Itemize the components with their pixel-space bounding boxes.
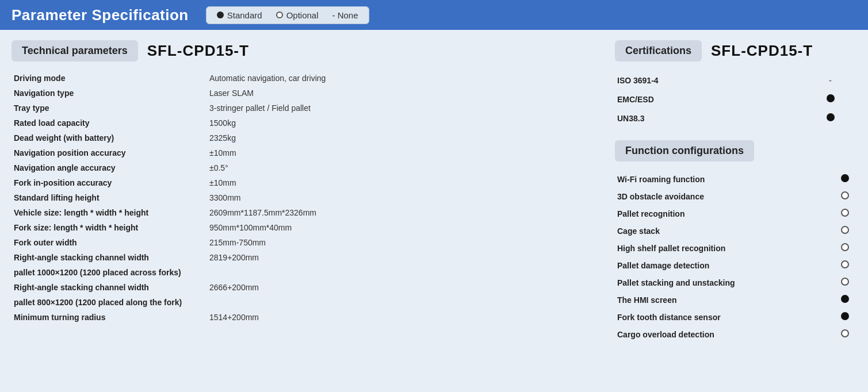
func-status bbox=[834, 171, 856, 188]
legend-none: - None bbox=[332, 10, 358, 20]
param-name: Fork in-position accuracy bbox=[12, 175, 207, 190]
param-value: 1514+200mm bbox=[207, 310, 598, 325]
param-row: Navigation position accuracy±10mm bbox=[12, 145, 598, 160]
cert-model: SFL-CPD15-T bbox=[711, 42, 813, 60]
param-name: Right-angle stacking channel width bbox=[12, 250, 207, 265]
func-name: Pallet damage detection bbox=[615, 257, 834, 274]
standard-label: Standard bbox=[227, 10, 262, 20]
filled-icon bbox=[827, 113, 835, 121]
func-status bbox=[834, 240, 856, 257]
param-row: Standard lifting height3300mm bbox=[12, 190, 598, 205]
func-status bbox=[834, 188, 856, 205]
param-name: Standard lifting height bbox=[12, 190, 207, 205]
cert-name: UN38.3 bbox=[615, 109, 804, 128]
param-name: Fork size: length * width * height bbox=[12, 220, 207, 235]
func-section-header: Function configurations bbox=[615, 140, 856, 162]
param-row: Fork outer width215mm-750mm bbox=[12, 235, 598, 250]
param-row: Dead weight (with battery)2325kg bbox=[12, 130, 598, 145]
cert-row: ISO 3691-4- bbox=[615, 71, 856, 90]
main-content: Technical parameters SFL-CPD15-T Driving… bbox=[0, 30, 868, 353]
param-value: 2819+200mm bbox=[207, 250, 598, 265]
func-row: Cage stack bbox=[615, 222, 856, 240]
param-value bbox=[207, 295, 598, 310]
func-status bbox=[834, 309, 856, 326]
func-section-label: Function configurations bbox=[615, 140, 754, 162]
param-name: Navigation position accuracy bbox=[12, 145, 207, 160]
func-name: High shelf pallet recognition bbox=[615, 240, 834, 257]
cert-name: ISO 3691-4 bbox=[615, 71, 804, 90]
tech-section-header: Technical parameters SFL-CPD15-T bbox=[12, 40, 598, 62]
param-row: pallet 1000×1200 (1200 placed across for… bbox=[12, 265, 598, 280]
func-status bbox=[834, 291, 856, 309]
param-value: 1500kg bbox=[207, 116, 598, 130]
func-status bbox=[834, 326, 856, 343]
none-dash: - bbox=[829, 75, 832, 85]
cert-section-label: Certifications bbox=[615, 40, 702, 62]
func-name: Fork tooth distance sensor bbox=[615, 309, 834, 326]
func-status bbox=[834, 257, 856, 274]
cert-status: - bbox=[804, 71, 856, 90]
param-value: 950mm*100mm*40mm bbox=[207, 220, 598, 235]
empty-icon bbox=[841, 226, 849, 234]
param-row: pallet 800×1200 (1200 placed along the f… bbox=[12, 295, 598, 310]
empty-icon bbox=[841, 329, 849, 337]
func-status bbox=[834, 205, 856, 222]
param-value: ±10mm bbox=[207, 175, 598, 190]
func-name: Pallet recognition bbox=[615, 205, 834, 222]
param-name: pallet 1000×1200 (1200 placed across for… bbox=[12, 265, 207, 280]
func-row: Pallet recognition bbox=[615, 205, 856, 222]
param-name: Fork outer width bbox=[12, 235, 207, 250]
legend-optional: Optional bbox=[276, 10, 319, 20]
param-row: Fork in-position accuracy±10mm bbox=[12, 175, 598, 190]
param-name: Driving mode bbox=[12, 71, 207, 86]
param-name: Navigation type bbox=[12, 86, 207, 101]
param-name: Rated load capacity bbox=[12, 116, 207, 130]
cert-status bbox=[804, 109, 856, 128]
param-value: 3300mm bbox=[207, 190, 598, 205]
func-status bbox=[834, 274, 856, 291]
param-name: pallet 800×1200 (1200 placed along the f… bbox=[12, 295, 207, 310]
func-row: Fork tooth distance sensor bbox=[615, 309, 856, 326]
filled-icon bbox=[827, 94, 835, 102]
empty-icon bbox=[841, 209, 849, 217]
param-row: Rated load capacity1500kg bbox=[12, 116, 598, 130]
page-title: Parameter Specification bbox=[12, 6, 189, 24]
func-name: Cage stack bbox=[615, 222, 834, 240]
left-panel: Technical parameters SFL-CPD15-T Driving… bbox=[12, 40, 598, 343]
param-name: Navigation angle accuracy bbox=[12, 160, 207, 175]
func-status bbox=[834, 222, 856, 240]
empty-icon bbox=[841, 191, 849, 199]
func-name: The HMI screen bbox=[615, 291, 834, 309]
legend-standard: Standard bbox=[217, 10, 262, 20]
param-row: Right-angle stacking channel width2819+2… bbox=[12, 250, 598, 265]
param-value: Automatic navigation, car driving bbox=[207, 71, 598, 86]
param-name: Dead weight (with battery) bbox=[12, 130, 207, 145]
tech-model: SFL-CPD15-T bbox=[147, 42, 249, 60]
param-name: Minimum turning radius bbox=[12, 310, 207, 325]
func-row: Cargo overload detection bbox=[615, 326, 856, 343]
param-row: Vehicle size: length * width * height260… bbox=[12, 205, 598, 220]
filled-icon bbox=[841, 312, 849, 320]
cert-row: EMC/ESD bbox=[615, 90, 856, 109]
params-table: Driving modeAutomatic navigation, car dr… bbox=[12, 71, 598, 325]
param-value: 2666+200mm bbox=[207, 280, 598, 295]
cert-table: ISO 3691-4-EMC/ESDUN38.3 bbox=[615, 71, 856, 128]
param-value: Laser SLAM bbox=[207, 86, 598, 101]
param-row: Navigation typeLaser SLAM bbox=[12, 86, 598, 101]
func-row: Pallet stacking and unstacking bbox=[615, 274, 856, 291]
tech-section-label: Technical parameters bbox=[12, 40, 138, 62]
param-row: Navigation angle accuracy±0.5° bbox=[12, 160, 598, 175]
legend-bar: Standard Optional - None bbox=[206, 6, 369, 24]
func-row: Pallet damage detection bbox=[615, 257, 856, 274]
cert-section-header: Certifications SFL-CPD15-T bbox=[615, 40, 856, 62]
param-value: ±10mm bbox=[207, 145, 598, 160]
param-row: Driving modeAutomatic navigation, car dr… bbox=[12, 71, 598, 86]
func-row: 3D obstacle avoidance bbox=[615, 188, 856, 205]
func-name: Pallet stacking and unstacking bbox=[615, 274, 834, 291]
param-value bbox=[207, 265, 598, 280]
filled-icon bbox=[841, 174, 849, 182]
cert-row: UN38.3 bbox=[615, 109, 856, 128]
empty-icon bbox=[841, 260, 849, 268]
page-header: Parameter Specification Standard Optiona… bbox=[0, 0, 868, 30]
param-row: Minimum turning radius1514+200mm bbox=[12, 310, 598, 325]
